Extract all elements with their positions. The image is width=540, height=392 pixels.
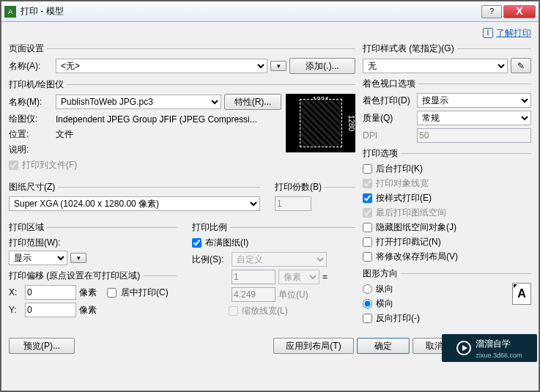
hide-paperspace-checkbox[interactable] [363,223,372,232]
page-setup-name-select[interactable]: <无> [56,59,267,73]
print-range-label: 打印范围(W): [9,237,61,248]
print-range-dropdown-icon[interactable]: ▾ [70,253,86,263]
plot-lineweights-label: 打印对象线宽 [376,177,429,190]
portrait-radio[interactable] [363,284,372,294]
scale-ratio-label: 比例(S): [192,254,229,266]
print-area-title: 打印区域 [9,221,44,234]
watermark-name: 溜溜自学 [476,338,522,350]
fit-to-paper-checkbox[interactable] [192,238,201,248]
apply-layout-button[interactable]: 应用到布局(T) [273,338,354,354]
offset-group: 打印偏移 (原点设置在可打印区域) X: 像素 居中打印(C) Y: [9,270,177,317]
quality-select[interactable]: 常规 [417,111,531,125]
printer-title: 打印机/绘图仪 [9,78,64,91]
shaded-viewport-group: 着色视口选项 着色打印(D)按显示 质量(Q)常规 DPI [363,78,531,143]
orientation-preview-icon: A [512,283,531,305]
plot-paperspace-last-checkbox [363,208,372,218]
info-icon: i [483,28,493,38]
page-setup-name-label: 名称(A): [9,60,53,73]
offset-title: 打印偏移 (原点设置在可打印区域) [9,270,140,282]
preview-page-icon [300,99,342,147]
learn-print-link[interactable]: 了解打印 [496,27,531,40]
plot-stamp-label: 打开打印戳记(N) [376,236,441,248]
offset-y-input[interactable] [25,303,76,317]
plot-stamp-checkbox[interactable] [363,237,372,247]
equals-label: = [322,272,328,282]
plot-style-title: 打印样式表 (笔指定)(G) [363,42,454,55]
background-print-checkbox[interactable] [363,164,372,174]
plot-options-group: 打印选项 后台打印(K) 打印对象线宽 按样式打印(E) 最后打印图纸空间 隐藏… [363,147,531,263]
app-icon: A [4,6,16,18]
printer-name-select[interactable]: PublishToWeb JPG.pc3 [56,95,221,109]
plotter-value: Independent JPEG Group JFIF (JPEG Compre… [56,114,257,125]
printer-properties-button[interactable]: 特性(R)... [224,94,281,110]
plot-style-group: 打印样式表 (笔指定)(G) 无 ✎ [363,42,531,73]
plot-with-styles-checkbox[interactable] [363,193,372,203]
ok-button[interactable]: 确定 [357,338,410,354]
preview-button[interactable]: 预览(P)... [9,338,75,354]
fit-to-paper-label: 布满图纸(I) [205,237,248,249]
title-bar: A 打印 - 模型 ? X [1,1,539,22]
print-to-file-checkbox [9,160,18,170]
plot-style-edit-button[interactable]: ✎ [511,58,531,73]
desc-label: 说明: [9,144,53,156]
background-print-label: 后台打印(K) [376,163,423,175]
shaded-viewport-title: 着色视口选项 [363,78,415,90]
orientation-title: 图形方向 [363,267,398,280]
landscape-radio[interactable] [363,299,372,308]
upside-down-label: 反向打印(-) [376,312,420,325]
print-range-select[interactable]: 显示 [9,251,67,265]
add-page-setup-button[interactable]: 添加(.)... [289,58,355,74]
landscape-label: 横向 [376,297,393,310]
location-label: 位置: [9,128,53,141]
close-window-button[interactable]: X [503,5,536,18]
dpi-label: DPI [363,130,414,141]
save-to-layout-checkbox[interactable] [363,252,372,262]
center-print-label: 居中打印(C) [121,286,169,299]
offset-x-unit: 像素 [79,286,97,299]
scale-title: 打印比例 [192,221,227,234]
printer-name-label: 名称(M): [9,96,53,108]
quality-label: 质量(Q) [363,112,414,125]
play-icon [456,341,471,355]
offset-y-label: Y: [9,305,22,315]
offset-y-unit: 像素 [79,304,97,317]
page-setup-title: 页面设置 [9,42,44,55]
help-window-button[interactable]: ? [481,5,502,18]
copies-input [275,196,311,211]
print-area-group: 打印区域 打印范围(W): 显示 ▾ [9,221,177,265]
scale-group: 打印比例 布满图纸(I) 比例(S): 自定义 像素 = [192,221,355,317]
scale-unit2-label: 单位(U) [278,289,308,301]
plot-options-title: 打印选项 [363,147,398,160]
paper-preview: 1024 1280 [286,94,355,152]
save-to-layout-label: 将修改保存到布局(V) [376,251,458,263]
shade-print-select[interactable]: 按显示 [417,93,531,108]
paper-size-select[interactable]: Super XGA (1024.00 x 1280.00 像素) [9,196,260,211]
orientation-group: 图形方向 纵向 横向 反向打印(-) A [363,267,531,327]
scale-ratio-select: 自定义 [232,252,327,267]
page-setup-group: 页面设置 名称(A): <无> ▾ 添加(.)... [9,42,355,74]
location-value: 文件 [56,128,73,141]
upside-down-checkbox[interactable] [363,314,372,323]
center-print-checkbox[interactable] [107,288,116,297]
offset-x-input[interactable] [25,285,76,300]
scale-unit1-select: 像素 [278,270,319,284]
shade-print-label: 着色打印(D) [363,95,414,107]
portrait-label: 纵向 [376,283,393,295]
watermark-overlay: 溜溜自学 zixue.3d66.com [442,334,537,362]
copies-group: 打印份数(B) [275,181,355,211]
copies-title: 打印份数(B) [275,181,322,193]
paper-size-group: 图纸尺寸(Z) Super XGA (1024.00 x 1280.00 像素) [9,181,260,211]
paper-size-title: 图纸尺寸(Z) [9,181,55,193]
plot-lineweights-checkbox [363,179,372,188]
plot-style-select[interactable]: 无 [363,59,508,73]
printer-group: 打印机/绘图仪 名称(M): PublishToWeb JPG.pc3 特性(R… [9,78,355,174]
scale-num-input [232,270,275,284]
preview-height: 1280 [347,115,355,131]
offset-x-label: X: [9,287,22,297]
scale-den-input [232,287,275,302]
watermark-sub: zixue.3d66.com [476,352,522,359]
plotter-label: 绘图仪: [9,113,53,125]
plot-paperspace-last-label: 最后打印图纸空间 [376,207,446,219]
hide-paperspace-label: 隐藏图纸空间对象(J) [376,221,456,234]
page-setup-dropdown-icon[interactable]: ▾ [270,61,286,71]
